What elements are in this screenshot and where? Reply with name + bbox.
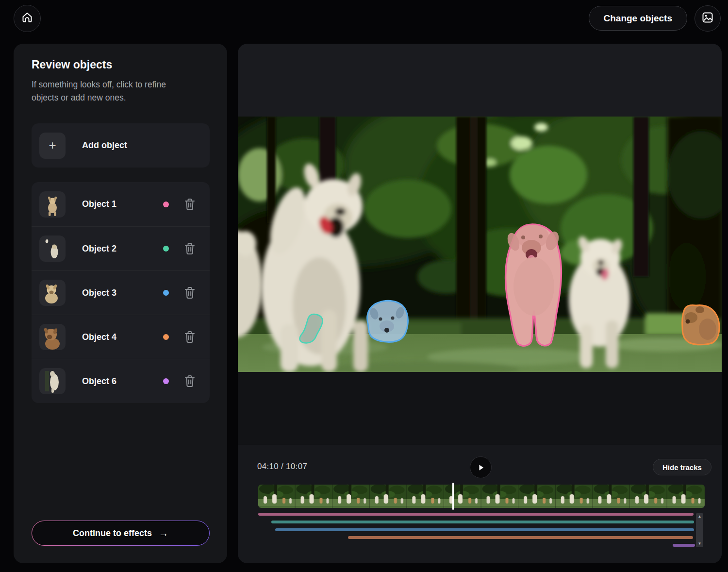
continue-label: Continue to effects bbox=[73, 528, 152, 538]
trash-icon bbox=[183, 374, 196, 388]
object-row-1[interactable]: Object 1 bbox=[32, 182, 210, 226]
timeline-filmstrip[interactable] bbox=[258, 485, 705, 508]
trash-icon bbox=[183, 330, 196, 344]
object-color-dot bbox=[163, 378, 169, 384]
video-stage: 04:10 / 10:07 Hide tracks bbox=[238, 44, 722, 563]
object-label: Object 6 bbox=[82, 376, 163, 387]
track-object-3[interactable] bbox=[275, 528, 694, 531]
review-objects-panel: Review objects If something looks off, c… bbox=[14, 44, 227, 563]
object-row-3[interactable]: Object 3 bbox=[32, 270, 210, 315]
object-label: Object 1 bbox=[82, 199, 163, 209]
object-label: Object 3 bbox=[82, 288, 163, 298]
video-letterbox-bottom bbox=[238, 372, 722, 445]
object-4-overlay[interactable] bbox=[682, 305, 719, 344]
scroll-up-icon[interactable]: ▲ bbox=[698, 515, 702, 519]
panel-title: Review objects bbox=[32, 58, 112, 71]
object-row-2[interactable]: Object 2 bbox=[32, 226, 210, 270]
time-display: 04:10 / 10:07 bbox=[257, 462, 307, 471]
object-3-overlay[interactable] bbox=[367, 301, 408, 342]
delete-object-button[interactable] bbox=[183, 286, 196, 300]
play-button[interactable] bbox=[470, 456, 492, 478]
video-frame[interactable] bbox=[238, 117, 722, 372]
change-objects-label: Change objects bbox=[604, 13, 672, 24]
object-4-thumbnail bbox=[39, 324, 66, 350]
play-icon bbox=[477, 464, 485, 471]
arrow-right-icon: → bbox=[159, 528, 168, 539]
delete-object-button[interactable] bbox=[183, 374, 196, 388]
home-icon bbox=[21, 11, 33, 26]
object-color-dot bbox=[163, 334, 169, 340]
timeline-section: 04:10 / 10:07 Hide tracks bbox=[238, 445, 722, 563]
object-color-dot bbox=[163, 246, 169, 252]
object-6-thumbnail bbox=[39, 368, 66, 394]
gallery-button[interactable] bbox=[695, 5, 721, 32]
image-icon bbox=[701, 11, 714, 26]
object-color-dot bbox=[163, 290, 169, 296]
tracks-scrollbar[interactable]: ▲ ▼ bbox=[696, 513, 703, 547]
plus-icon: + bbox=[39, 133, 66, 159]
video-letterbox-top bbox=[238, 44, 722, 117]
home-button[interactable] bbox=[14, 5, 41, 32]
continue-to-effects-button[interactable]: Continue to effects → bbox=[32, 521, 210, 546]
scroll-down-icon[interactable]: ▼ bbox=[698, 542, 702, 546]
track-object-1[interactable] bbox=[258, 513, 694, 516]
hide-tracks-label: Hide tracks bbox=[662, 463, 702, 471]
playhead[interactable] bbox=[452, 483, 454, 510]
object-row-4[interactable]: Object 4 bbox=[32, 315, 210, 359]
hide-tracks-button[interactable]: Hide tracks bbox=[653, 459, 711, 475]
add-object-label: Add object bbox=[82, 140, 127, 151]
add-object-button[interactable]: + Add object bbox=[32, 123, 210, 168]
object-label: Object 4 bbox=[82, 332, 163, 342]
object-row-6[interactable]: Object 6 bbox=[32, 359, 210, 403]
delete-object-button[interactable] bbox=[183, 330, 196, 344]
object-1-thumbnail bbox=[39, 191, 66, 218]
delete-object-button[interactable] bbox=[183, 242, 196, 255]
object-3-thumbnail bbox=[39, 280, 66, 306]
objects-list: Object 1 Object 2 Object 3 bbox=[32, 182, 210, 403]
object-label: Object 2 bbox=[82, 244, 163, 254]
object-1-overlay[interactable] bbox=[505, 224, 561, 346]
track-object-6[interactable] bbox=[673, 544, 695, 547]
track-object-2[interactable] bbox=[271, 521, 694, 523]
object-2-thumbnail bbox=[39, 236, 66, 262]
change-objects-button[interactable]: Change objects bbox=[589, 6, 687, 31]
object-color-dot bbox=[163, 202, 169, 207]
trash-icon bbox=[183, 242, 196, 255]
panel-description: If something looks off, click to refine … bbox=[32, 78, 192, 105]
trash-icon bbox=[183, 286, 196, 300]
delete-object-button[interactable] bbox=[183, 198, 196, 211]
trash-icon bbox=[183, 198, 196, 211]
track-object-4[interactable] bbox=[348, 536, 693, 539]
